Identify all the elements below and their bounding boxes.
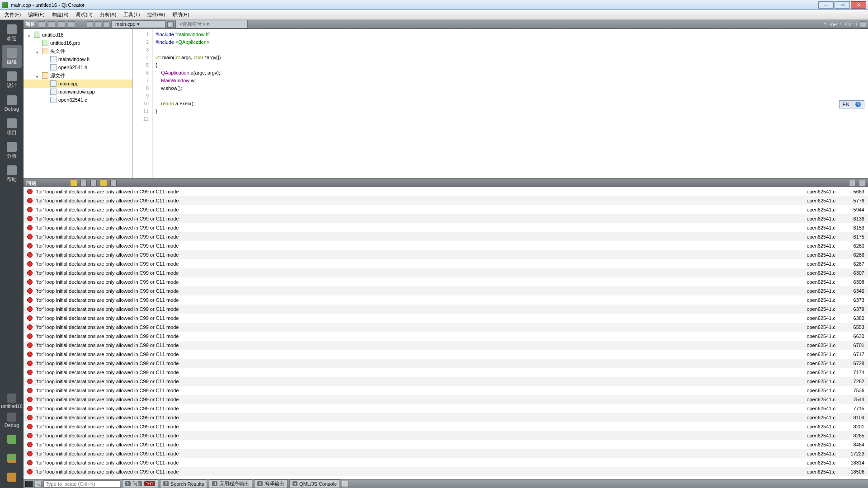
issue-row[interactable]: 'for' loop initial declarations are only… [24,359,868,368]
issue-row[interactable]: 'for' loop initial declarations are only… [24,368,868,377]
minimize-button[interactable]: — [818,1,834,9]
mode-edit[interactable]: 编辑 [2,45,22,68]
menu-item[interactable]: 构建(B) [49,10,71,19]
output-tab[interactable]: 1问题161 [122,479,158,488]
mode-design[interactable]: 设计 [2,69,22,91]
issue-row[interactable]: 'for' loop initial declarations are only… [24,332,868,341]
issues-list[interactable]: 'for' loop initial declarations are only… [24,187,868,479]
issue-row[interactable]: 'for' loop initial declarations are only… [24,205,868,214]
menu-item[interactable]: 帮助(H) [170,10,192,19]
ime-language-bar[interactable]: EN ? [839,100,864,108]
tree-caret-icon[interactable] [36,49,40,53]
issue-row[interactable]: 'for' loop initial declarations are only… [24,323,868,332]
tree-folder[interactable]: 源文件 [24,71,132,80]
issue-row[interactable]: 'for' loop initial declarations are only… [24,277,868,286]
ime-help-icon[interactable]: ? [855,102,861,107]
issue-row[interactable]: 'for' loop initial declarations are only… [24,232,868,241]
menu-item[interactable]: 编辑(E) [25,10,47,19]
nav-back-icon[interactable] [87,21,93,28]
menu-item[interactable]: 工具(T) [121,10,142,19]
issues-next-icon[interactable] [90,180,97,186]
issue-row[interactable]: 'for' loop initial declarations are only… [24,187,868,196]
issue-row[interactable]: 'for' loop initial declarations are only… [24,196,868,205]
progress-toggle-icon[interactable] [342,481,349,487]
issues-minimize-icon[interactable] [849,180,855,186]
issue-row[interactable]: 'for' loop initial declarations are only… [24,241,868,250]
editor-split-icon[interactable] [860,21,866,28]
project-tree[interactable]: untitled16untitled16.pro头文件mainwindow.ho… [24,29,133,178]
tree-caret-icon[interactable] [44,57,48,61]
build-button[interactable] [2,468,22,486]
mode-debug[interactable]: Debug [2,92,22,115]
issues-close-icon[interactable] [859,180,865,186]
maximize-button[interactable]: ▭ [835,1,850,9]
issue-row[interactable]: 'for' loop initial declarations are only… [24,314,868,323]
run-debug-button[interactable] [2,449,22,467]
output-tab[interactable]: 3应用程序输出 [209,479,252,488]
run-button[interactable] [2,430,22,448]
tree-caret-icon[interactable] [36,41,40,45]
issue-row[interactable]: 'for' loop initial declarations are only… [24,305,868,314]
mode-help[interactable]: 帮助 [2,163,22,185]
locator-input[interactable] [43,480,120,488]
close-file-icon[interactable]: ✕ [167,21,174,28]
nav-fwd-icon[interactable] [95,21,101,28]
tree-file[interactable]: mainwindow.h [24,55,132,63]
issue-row[interactable]: 'for' loop initial declarations are only… [24,467,868,476]
issue-row[interactable]: 'for' loop initial declarations are only… [24,377,868,386]
tree-caret-icon[interactable] [44,66,48,70]
mode-welcome[interactable]: 欢迎 [2,22,22,44]
issue-row[interactable]: 'for' loop initial declarations are only… [24,214,868,223]
issue-row[interactable]: 'for' loop initial declarations are only… [24,422,868,431]
issue-row[interactable]: 'for' loop initial declarations are only… [24,286,868,296]
issues-prev-icon[interactable] [80,180,87,186]
filter-icon[interactable] [38,21,45,28]
issue-row[interactable]: 'for' loop initial declarations are only… [24,458,868,467]
issue-row[interactable]: 'for' loop initial declarations are only… [24,268,868,277]
issue-row[interactable]: 'for' loop initial declarations are only… [24,395,868,404]
issue-row[interactable]: 'for' loop initial declarations are only… [24,341,868,350]
build-config[interactable]: Debug [2,411,22,429]
split-icon[interactable] [58,21,65,28]
tree-project[interactable]: untitled16 [24,31,132,39]
tree-file[interactable]: open62541.c [24,96,132,104]
issue-row[interactable]: 'for' loop initial declarations are only… [24,449,868,458]
sync-icon[interactable] [48,21,55,28]
kit-selector[interactable]: untitled16 [2,392,22,410]
issue-row[interactable]: 'for' loop initial declarations are only… [24,413,868,422]
tree-caret-icon[interactable] [44,82,48,86]
close-button[interactable]: ✕ [851,1,866,9]
output-tab[interactable]: 4编译输出 [254,479,288,488]
doc-list-icon[interactable] [103,21,109,28]
tree-folder[interactable]: 头文件 [24,47,132,55]
menu-item[interactable]: 控件(W) [144,10,168,19]
output-tab[interactable]: 5QML/JS Console [289,479,340,488]
tree-caret-icon[interactable] [36,74,40,78]
warning-filter-icon[interactable] [71,180,77,186]
issue-row[interactable]: 'for' loop initial declarations are only… [24,404,868,413]
issue-row[interactable]: 'for' loop initial declarations are only… [24,250,868,259]
tree-project[interactable]: untitled16.pro [24,39,132,47]
issue-row[interactable]: 'for' loop initial declarations are only… [24,296,868,305]
issue-row[interactable]: 'for' loop initial declarations are only… [24,440,868,449]
tree-caret-icon[interactable] [28,33,32,37]
code-area[interactable]: #include "mainwindow.h"#include <QApplic… [153,29,868,178]
issue-row[interactable]: 'for' loop initial declarations are only… [24,386,868,395]
mode-analyze[interactable]: 分析 [2,139,22,162]
menu-item[interactable]: 调试(D) [73,10,95,19]
symbol-selector[interactable]: <选择符号> ▾ [175,20,248,28]
code-editor[interactable]: 123456789101112 #include "mainwindow.h"#… [133,29,868,178]
issue-row[interactable]: 'for' loop initial declarations are only… [24,223,868,232]
issues-filter-icon[interactable] [110,180,117,186]
open-file-tab[interactable]: main.cpp ▾ [111,20,165,28]
close-pane-icon[interactable] [68,21,75,28]
menu-item[interactable]: 分析(A) [97,10,119,19]
output-tab[interactable]: 2Search Results [160,479,207,488]
tree-file[interactable]: main.cpp [24,80,132,88]
issue-row[interactable]: 'for' loop initial declarations are only… [24,350,868,359]
tree-file[interactable]: mainwindow.cpp [24,88,132,96]
warning-icon[interactable] [100,180,107,186]
mode-projects[interactable]: 项目 [2,116,22,138]
issue-row[interactable]: 'for' loop initial declarations are only… [24,259,868,268]
tree-file[interactable]: open62541.h [24,63,132,71]
